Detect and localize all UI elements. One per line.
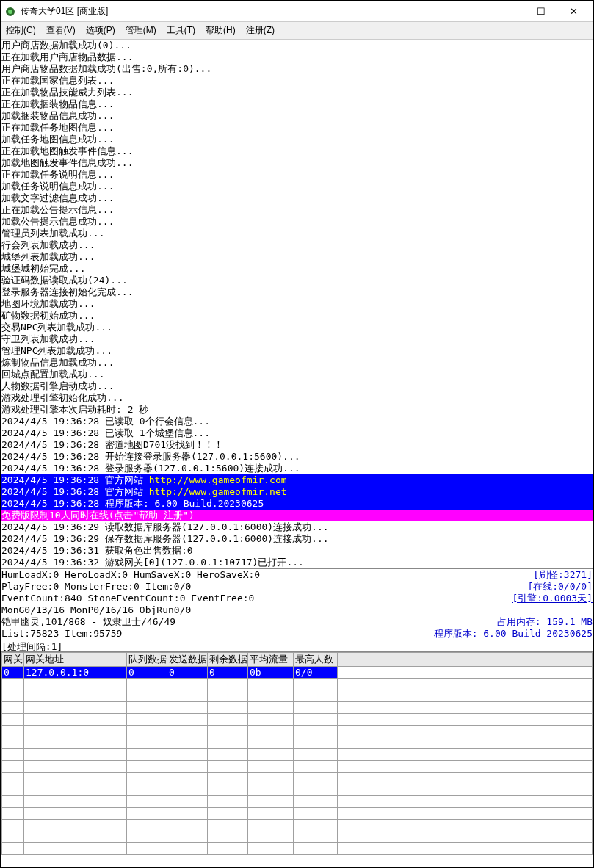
log-panel[interactable]: 用户商店数据加载成功(0)...正在加载用户商店物品数据...用户商店物品数据加… <box>1 40 593 568</box>
table-cell <box>248 737 294 749</box>
table-cell <box>294 737 338 749</box>
table-cell <box>338 679 593 690</box>
table-cell: 0b <box>248 667 294 679</box>
menu-options[interactable]: 选项(P) <box>86 24 115 37</box>
table-cell <box>24 843 127 855</box>
log-line: 管理员列表加载成功... <box>1 228 593 239</box>
table-cell <box>208 831 248 843</box>
table-cell <box>24 749 127 761</box>
col-address[interactable]: 网关地址 <box>24 653 127 667</box>
table-cell <box>248 784 294 796</box>
table-cell <box>24 714 127 726</box>
table-cell <box>294 808 338 820</box>
titlebar[interactable]: 传奇大学01区 [商业版] — ☐ ✕ <box>1 1 593 22</box>
table-cell <box>24 690 127 702</box>
col-gateway[interactable]: 网关 <box>2 653 24 667</box>
table-row[interactable] <box>2 749 593 761</box>
table-cell <box>294 702 338 714</box>
minimize-button[interactable]: — <box>493 2 525 21</box>
table-cell <box>338 773 593 784</box>
table-cell <box>294 773 338 784</box>
table-row[interactable] <box>2 679 593 690</box>
close-button[interactable]: ✕ <box>557 2 590 21</box>
table-cell <box>24 773 127 784</box>
col-avg[interactable]: 平均流量 <box>248 653 294 667</box>
table-row[interactable] <box>2 714 593 726</box>
table-cell <box>294 679 338 690</box>
table-row[interactable] <box>2 843 593 855</box>
stats-panel: HumLoadX:0 HeroLoadX:0 HumSaveX:0 HeroSa… <box>1 568 593 640</box>
table-cell <box>338 808 593 820</box>
col-remain[interactable]: 剩余数据 <box>208 653 248 667</box>
table-cell <box>127 761 167 773</box>
table-cell <box>294 831 338 843</box>
table-cell <box>294 784 338 796</box>
log-line: 2024/4/5 19:36:31 获取角色出售数据:0 <box>1 545 593 557</box>
table-cell <box>248 796 294 808</box>
menu-register[interactable]: 注册(Z) <box>246 24 275 37</box>
table-row[interactable] <box>2 702 593 714</box>
log-line: 登录服务器连接初始化完成... <box>1 286 593 298</box>
menu-manage[interactable]: 管理(M) <box>126 24 156 37</box>
table-row[interactable] <box>2 820 593 831</box>
log-line: 用户商店物品数据加载成功(出售:0,所有:0)... <box>1 63 593 75</box>
log-line: 回城点配置加载成功... <box>1 369 593 380</box>
log-line: 人物数据引擎启动成功... <box>1 380 593 392</box>
table-cell <box>24 761 127 773</box>
table-cell <box>294 749 338 761</box>
menu-control[interactable]: 控制(C) <box>6 24 36 37</box>
log-line: 2024/4/5 19:36:29 保存数据库服务器(127.0.0.1:600… <box>1 533 593 545</box>
log-line: 守卫列表加载成功... <box>1 333 593 345</box>
table-row[interactable] <box>2 784 593 796</box>
log-line: 城堡城初始完成... <box>1 263 593 275</box>
log-line: 加载地图触发事件信息成功... <box>1 157 593 169</box>
table-cell: 0 <box>127 667 167 679</box>
table-cell <box>208 820 248 831</box>
process-interval-line: [处理间隔:1] <box>1 640 593 651</box>
stat-list: List:75823 Item:95759 <box>1 628 122 640</box>
table-cell <box>248 843 294 855</box>
log-line: 游戏处理引擎本次启动耗时: 2 秒 <box>1 404 593 416</box>
table-row[interactable] <box>2 808 593 820</box>
log-line: 2024/4/5 19:36:32 游戏网关[0](127.0.0.1:1071… <box>1 557 593 568</box>
table-row[interactable] <box>2 831 593 843</box>
stat-engine-days[interactable]: [引擎:0.0003天] <box>512 593 593 604</box>
table-cell <box>248 820 294 831</box>
table-cell <box>2 690 24 702</box>
table-cell <box>208 714 248 726</box>
menu-view[interactable]: 查看(V) <box>46 24 76 37</box>
table-cell <box>24 796 127 808</box>
table-cell <box>338 749 593 761</box>
maximize-button[interactable]: ☐ <box>525 2 557 21</box>
table-row[interactable] <box>2 761 593 773</box>
table-row[interactable] <box>2 690 593 702</box>
log-line: 2024/4/5 19:36:28 登录服务器(127.0.0.1:5600)连… <box>1 463 593 474</box>
log-line: 2024/4/5 19:36:28 官方网站 http://www.gameof… <box>1 486 593 498</box>
menu-help[interactable]: 帮助(H) <box>206 24 236 37</box>
table-row[interactable] <box>2 773 593 784</box>
table-cell <box>338 796 593 808</box>
table-row[interactable] <box>2 796 593 808</box>
table-row[interactable] <box>2 737 593 749</box>
table-cell <box>127 784 167 796</box>
table-row[interactable]: 0127.0.0.1:00000b0/0 <box>2 667 593 679</box>
gateway-table: 网关 网关地址 队列数据 发送数据 剩余数据 平均流量 最高人数 0127.0.… <box>1 652 593 855</box>
table-cell <box>127 831 167 843</box>
table-cell <box>127 737 167 749</box>
table-cell <box>167 820 208 831</box>
table-cell <box>167 749 208 761</box>
table-cell <box>248 761 294 773</box>
table-row[interactable] <box>2 726 593 737</box>
log-line: 正在加载公告提示信息... <box>1 204 593 216</box>
col-queue[interactable]: 队列数据 <box>127 653 167 667</box>
col-send[interactable]: 发送数据 <box>167 653 208 667</box>
log-line: 城堡列表加载成功... <box>1 251 593 263</box>
menu-tools[interactable]: 工具(T) <box>167 24 195 37</box>
table-cell <box>338 831 593 843</box>
log-line: 交易NPC列表加载成功... <box>1 322 593 333</box>
col-max[interactable]: 最高人数 <box>294 653 338 667</box>
gateway-table-wrap[interactable]: 网关 网关地址 队列数据 发送数据 剩余数据 平均流量 最高人数 0127.0.… <box>1 651 593 867</box>
table-cell <box>248 690 294 702</box>
table-cell <box>338 784 593 796</box>
table-cell <box>338 690 593 702</box>
